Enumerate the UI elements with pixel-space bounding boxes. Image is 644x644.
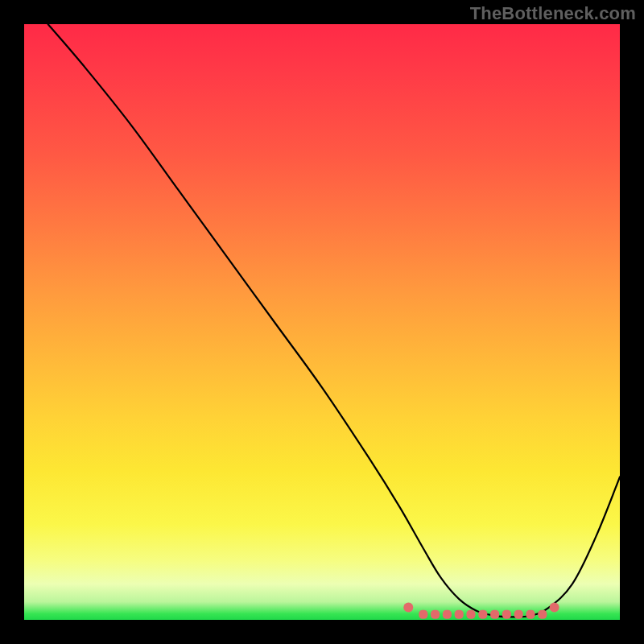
- bottleneck-curve: [48, 24, 620, 617]
- flat-marker: [526, 610, 535, 619]
- flat-marker: [478, 610, 487, 619]
- flat-marker: [419, 610, 427, 619]
- flat-region-markers: [403, 603, 559, 619]
- flat-marker: [443, 610, 452, 619]
- chart-frame: TheBottleneck.com: [0, 0, 644, 644]
- plot-area: [24, 24, 620, 620]
- flat-marker: [502, 610, 511, 619]
- flat-marker: [550, 603, 559, 613]
- flat-marker: [403, 603, 413, 613]
- watermark-text: TheBottleneck.com: [470, 3, 636, 24]
- flat-marker: [538, 610, 547, 619]
- flat-marker: [514, 610, 523, 619]
- flat-marker: [431, 610, 440, 619]
- flat-marker: [467, 610, 476, 619]
- curve-layer: [24, 24, 620, 620]
- flat-marker: [455, 610, 464, 619]
- flat-marker: [490, 610, 499, 619]
